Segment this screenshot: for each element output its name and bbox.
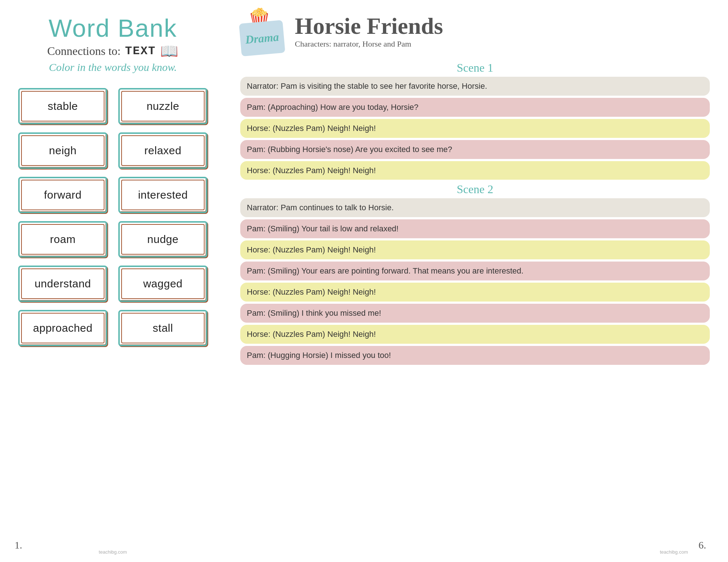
right-panel: 🍿 Drama Horsie Friends Characters: narra… bbox=[226, 0, 728, 562]
word-card[interactable]: neigh bbox=[18, 132, 107, 169]
word-card[interactable]: understand bbox=[18, 266, 107, 302]
speech-bubble-pam: Pam: (Smiling) Your tail is low and rela… bbox=[240, 219, 710, 238]
speech-bubble-pam: Pam: (Rubbing Horsie's nose) Are you exc… bbox=[240, 140, 710, 159]
speech-bubble-horse: Horse: (Nuzzles Pam) Neigh! Neigh! bbox=[240, 119, 710, 138]
word-card[interactable]: nudge bbox=[118, 221, 207, 258]
speech-bubble-narrator: Narrator: Pam is visiting the stable to … bbox=[240, 77, 710, 96]
drama-badge-wrap: 🍿 Drama bbox=[240, 11, 288, 55]
speech-bubble-pam: Pam: (Smiling) Your ears are pointing fo… bbox=[240, 262, 710, 280]
word-card-text: stall bbox=[153, 322, 173, 334]
text-badge: TEXT bbox=[125, 44, 156, 58]
scene-heading: Scene 2 bbox=[240, 183, 710, 196]
speech-bubble-horse: Horse: (Nuzzles Pam) Neigh! Neigh! bbox=[240, 240, 710, 259]
word-bank-title: Word Bank bbox=[48, 15, 177, 42]
word-card[interactable]: stable bbox=[18, 88, 107, 124]
left-page-number: 1. bbox=[15, 539, 22, 551]
word-card[interactable]: wagged bbox=[118, 266, 207, 302]
speech-bubble-pam: Pam: (Approaching) How are you today, Ho… bbox=[240, 98, 710, 117]
word-card[interactable]: roam bbox=[18, 221, 107, 258]
right-page-number: 6. bbox=[699, 539, 706, 551]
word-card-text: stable bbox=[48, 100, 78, 112]
word-card-text: roam bbox=[50, 233, 75, 246]
word-card-text: understand bbox=[35, 278, 91, 290]
word-card-text: interested bbox=[138, 189, 188, 201]
book-icon: 📖 bbox=[160, 43, 178, 60]
drama-badge: Drama bbox=[239, 20, 285, 56]
story-title: Horsie Friends bbox=[295, 15, 443, 38]
word-card[interactable]: nuzzle bbox=[118, 88, 207, 124]
word-card[interactable]: forward bbox=[18, 177, 107, 213]
story-header: 🍿 Drama Horsie Friends Characters: narra… bbox=[240, 11, 710, 55]
speech-bubble-horse: Horse: (Nuzzles Pam) Neigh! Neigh! bbox=[240, 325, 710, 344]
speech-bubble-pam: Pam: (Smiling) I think you missed me! bbox=[240, 304, 710, 323]
story-characters: Characters: narrator, Horse and Pam bbox=[295, 39, 411, 49]
speech-bubble-horse: Horse: (Nuzzles Pam) Neigh! Neigh! bbox=[240, 161, 710, 180]
word-card[interactable]: approached bbox=[18, 310, 107, 346]
left-panel: Word Bank Connections to: TEXT 📖 Color i… bbox=[0, 0, 226, 562]
speech-bubble-narrator: Narrator: Pam continues to talk to Horsi… bbox=[240, 198, 710, 217]
word-card-text: approached bbox=[33, 322, 92, 334]
word-card[interactable]: interested bbox=[118, 177, 207, 213]
speech-bubble-horse: Horse: (Nuzzles Pam) Neigh! Neigh! bbox=[240, 283, 710, 302]
word-card-text: nuzzle bbox=[147, 100, 179, 112]
scenes-container: Scene 1Narrator: Pam is visiting the sta… bbox=[240, 58, 710, 367]
drama-label: Drama bbox=[245, 30, 279, 47]
connections-text: Connections to: bbox=[47, 44, 121, 58]
word-grid: stablenuzzleneighrelaxedforwardintereste… bbox=[18, 88, 207, 346]
word-card-text: nudge bbox=[147, 233, 179, 246]
story-title-block: Horsie Friends Characters: narrator, Hor… bbox=[295, 11, 443, 49]
word-card-text: forward bbox=[44, 189, 82, 201]
connections-label: Connections to: TEXT 📖 bbox=[47, 43, 179, 60]
word-card[interactable]: stall bbox=[118, 310, 207, 346]
word-card-text: relaxed bbox=[145, 144, 182, 157]
word-card[interactable]: relaxed bbox=[118, 132, 207, 169]
speech-bubble-pam: Pam: (Hugging Horsie) I missed you too! bbox=[240, 346, 710, 365]
scene-heading: Scene 1 bbox=[240, 61, 710, 75]
word-card-text: neigh bbox=[49, 144, 77, 157]
subtitle: Color in the words you know. bbox=[49, 61, 177, 73]
word-card-text: wagged bbox=[143, 278, 182, 290]
right-watermark: teachibg.com bbox=[660, 549, 688, 555]
left-watermark: teachibg.com bbox=[99, 549, 127, 555]
